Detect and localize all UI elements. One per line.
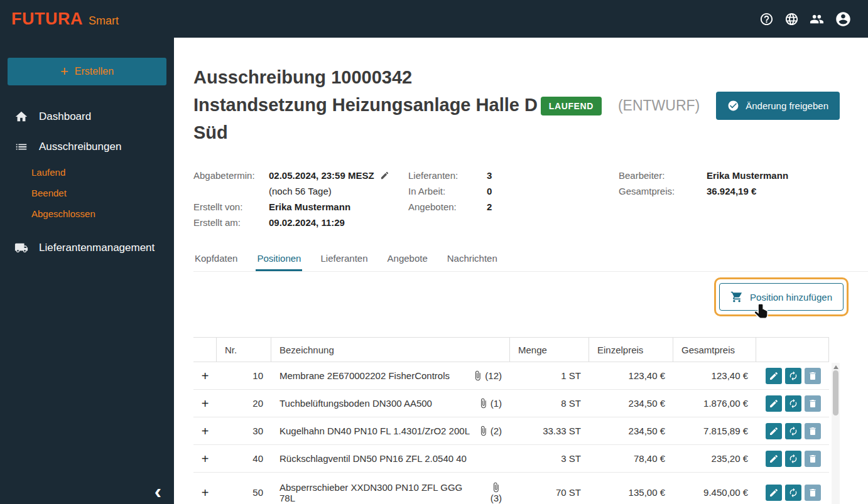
delete-position-button[interactable] xyxy=(805,395,821,412)
trash-icon xyxy=(808,454,818,464)
pencil-icon xyxy=(769,454,779,464)
list-icon xyxy=(14,140,28,154)
expand-row-button[interactable]: + xyxy=(202,453,209,465)
tab-angebote[interactable]: Angebote xyxy=(386,247,429,271)
account-icon[interactable] xyxy=(835,11,852,28)
expand-row-button[interactable]: + xyxy=(202,370,209,382)
created-by-label: Erstellt von: xyxy=(193,199,269,215)
in-progress-value: 0 xyxy=(487,183,492,199)
delete-position-button[interactable] xyxy=(805,368,821,384)
tab-positionen[interactable]: Positionen xyxy=(256,247,302,271)
table-toolbar: Position hinzufügen xyxy=(193,272,868,337)
edit-deadline-icon[interactable] xyxy=(380,171,389,180)
offers-value: 2 xyxy=(487,199,492,215)
edit-position-button[interactable] xyxy=(766,423,782,439)
language-globe-icon[interactable] xyxy=(784,12,799,26)
position-number: 40 xyxy=(217,453,271,464)
tab-nachrichten[interactable]: Nachrichten xyxy=(446,247,499,271)
attachments-badge[interactable]: (2) xyxy=(478,426,502,436)
create-button[interactable]: + Erstellen xyxy=(8,58,166,85)
pencil-icon xyxy=(769,426,779,436)
position-name: Rückschlagventil DN50 PN16 ZFL 2.0540 40 xyxy=(279,453,467,464)
position-qty: 33.33 ST xyxy=(510,426,589,436)
attachment-count: (2) xyxy=(491,426,502,436)
position-qty: 70 ST xyxy=(510,487,589,498)
refresh-position-button[interactable] xyxy=(785,451,801,467)
refresh-position-button[interactable] xyxy=(785,423,801,439)
tab-bar: Kopfdaten Positionen Lieferanten Angebot… xyxy=(193,247,868,272)
collapse-sidebar-chevron[interactable]: ‹ xyxy=(155,480,161,501)
attachments-badge[interactable]: (12) xyxy=(472,370,502,381)
paperclip-icon xyxy=(491,482,501,493)
expand-row-button[interactable]: + xyxy=(202,425,209,437)
topbar-icons xyxy=(759,11,852,28)
mouse-cursor-hand xyxy=(753,303,770,323)
plus-icon: + xyxy=(60,65,68,78)
release-change-button[interactable]: Änderung freigeben xyxy=(716,92,840,120)
position-total-price: 9.450,00 € xyxy=(673,487,756,498)
brand-name: FUTURA xyxy=(11,9,83,29)
expand-row-button[interactable]: + xyxy=(202,397,209,410)
attachments-badge[interactable]: (3) xyxy=(491,482,502,503)
add-position-button[interactable]: Position hinzufügen xyxy=(719,283,844,311)
refresh-position-button[interactable] xyxy=(785,368,801,384)
position-qty: 3 ST xyxy=(510,453,589,464)
trash-icon xyxy=(808,488,818,498)
delete-position-button[interactable] xyxy=(805,451,821,467)
main-content: Ausschreibung 10000342 Instandsetzung He… xyxy=(174,38,868,504)
attachments-badge[interactable]: (1) xyxy=(478,398,502,409)
sidebar-item-lieferantenmanagement[interactable]: Lieferantenmanagement xyxy=(0,233,174,263)
sidebar-subitem-abgeschlossen[interactable]: Abgeschlossen xyxy=(0,203,174,224)
paperclip-icon xyxy=(478,398,489,409)
sidebar-item-ausschreibungen[interactable]: Ausschreibungen xyxy=(0,132,174,162)
paperclip-icon xyxy=(472,370,483,381)
refresh-position-button[interactable] xyxy=(785,485,801,501)
sidebar-item-dashboard[interactable]: Dashboard xyxy=(0,102,174,132)
column-header-nr: Nr. xyxy=(217,338,271,362)
refresh-position-button[interactable] xyxy=(785,395,801,412)
pencil-icon xyxy=(769,399,779,409)
scroll-up-arrow-icon[interactable] xyxy=(833,365,838,369)
position-number: 10 xyxy=(217,370,271,381)
users-icon[interactable] xyxy=(810,12,824,26)
sync-icon xyxy=(788,488,798,498)
edit-position-button[interactable] xyxy=(766,485,782,501)
edit-position-button[interactable] xyxy=(766,395,782,412)
help-icon[interactable] xyxy=(759,12,774,26)
offers-label: Angeboten: xyxy=(408,199,487,215)
position-number: 50 xyxy=(217,487,271,498)
table-header-row: Nr. Bezeichnung Menge Einzelpreis Gesamt… xyxy=(193,338,829,362)
position-total-price: 7.815,89 € xyxy=(673,426,756,436)
tab-kopfdaten[interactable]: Kopfdaten xyxy=(193,247,239,271)
delete-position-button[interactable] xyxy=(805,423,821,439)
edit-position-button[interactable] xyxy=(766,368,782,384)
attachment-count: (3) xyxy=(491,493,502,503)
status-badge: LAUFEND xyxy=(541,97,602,115)
top-bar: FUTURA Smart xyxy=(0,0,868,38)
sidebar-subitem-laufend[interactable]: Laufend xyxy=(0,162,174,183)
position-unit-price: 78,40 € xyxy=(589,453,673,464)
table-scrollbar[interactable] xyxy=(832,363,840,504)
column-header-bezeichnung: Bezeichnung xyxy=(271,338,510,362)
sync-icon xyxy=(788,371,798,381)
delete-position-button[interactable] xyxy=(805,485,821,501)
app-logo[interactable]: FUTURA Smart xyxy=(11,9,119,29)
edit-position-button[interactable] xyxy=(766,451,782,467)
scrollbar-thumb[interactable] xyxy=(833,370,838,416)
column-header-menge: Menge xyxy=(510,338,589,362)
attachment-count: (1) xyxy=(491,398,502,409)
trash-icon xyxy=(808,399,818,409)
position-unit-price: 123,40 € xyxy=(589,370,673,381)
table-row: + 40 Rückschlagventil DN50 PN16 ZFL 2.05… xyxy=(193,445,829,473)
sidebar-subitem-beendet[interactable]: Beendet xyxy=(0,183,174,203)
column-header-actions xyxy=(756,338,829,362)
tab-lieferanten[interactable]: Lieferanten xyxy=(319,247,369,271)
position-qty: 8 ST xyxy=(510,398,589,409)
expand-row-button[interactable]: + xyxy=(202,486,209,499)
home-icon xyxy=(14,110,28,124)
column-header-gesamtpreis: Gesamtpreis xyxy=(673,338,756,362)
cart-icon xyxy=(730,291,743,303)
deadline-value: 02.05.2024, 23:59 MESZ xyxy=(269,168,374,183)
trash-icon xyxy=(808,426,818,436)
position-total-price: 235,20 € xyxy=(673,453,756,464)
